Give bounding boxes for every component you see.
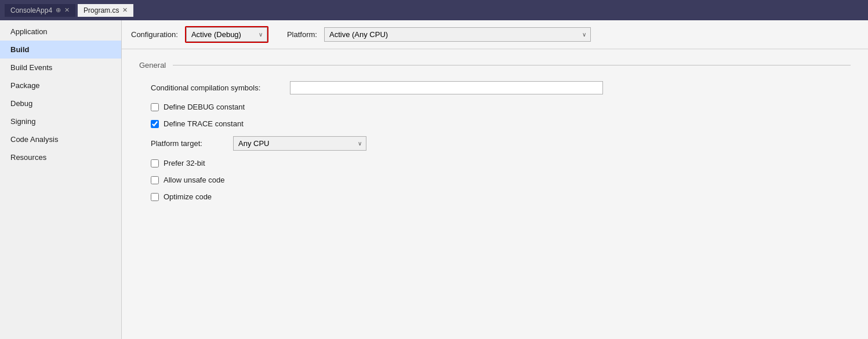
conditional-symbols-input[interactable] bbox=[290, 81, 603, 94]
main-layout: Application Build Build Events Package D… bbox=[0, 20, 868, 339]
sidebar-item-application[interactable]: Application bbox=[0, 23, 121, 41]
sidebar-item-resources[interactable]: Resources bbox=[0, 148, 121, 166]
configuration-select[interactable]: Active (Debug) Debug Release All Configu… bbox=[186, 27, 267, 42]
sidebar-item-debug[interactable]: Debug bbox=[0, 94, 121, 112]
platform-label: Platform: bbox=[287, 30, 317, 39]
platform-select[interactable]: Active (Any CPU) Any CPU x86 x64 bbox=[324, 27, 591, 42]
configuration-select-wrapper: Active (Debug) Debug Release All Configu… bbox=[185, 26, 268, 43]
platform-target-label: Platform target: bbox=[151, 139, 226, 148]
file-tab-label: Program.cs bbox=[83, 6, 119, 14]
build-section: General Conditional compilation symbols:… bbox=[122, 49, 868, 221]
optimize-code-checkbox[interactable] bbox=[151, 193, 159, 201]
sidebar-item-build[interactable]: Build bbox=[0, 41, 121, 59]
prefer-32bit-label: Prefer 32-bit bbox=[164, 159, 205, 167]
prefer-32bit-row: Prefer 32-bit bbox=[139, 159, 851, 167]
project-tab[interactable]: ConsoleApp4 ⊕ ✕ bbox=[5, 4, 75, 17]
allow-unsafe-label: Allow unsafe code bbox=[164, 176, 225, 184]
conditional-symbols-label: Conditional compilation symbols: bbox=[151, 83, 290, 92]
config-bar: Configuration: Active (Debug) Debug Rele… bbox=[122, 20, 868, 49]
content-area: Configuration: Active (Debug) Debug Rele… bbox=[122, 20, 868, 339]
platform-target-container: Any CPU x86 x64 ARM ARM64 ∨ bbox=[233, 136, 366, 151]
general-title: General bbox=[139, 61, 166, 70]
sidebar-item-signing[interactable]: Signing bbox=[0, 112, 121, 130]
define-trace-row: Define TRACE constant bbox=[139, 119, 851, 128]
platform-target-select[interactable]: Any CPU x86 x64 ARM ARM64 bbox=[233, 136, 366, 151]
title-bar: ConsoleApp4 ⊕ ✕ Program.cs ✕ bbox=[0, 0, 868, 20]
configuration-select-container: Active (Debug) Debug Release All Configu… bbox=[186, 27, 267, 42]
file-tab[interactable]: Program.cs ✕ bbox=[78, 4, 133, 17]
configuration-label: Configuration: bbox=[131, 30, 178, 39]
allow-unsafe-row: Allow unsafe code bbox=[139, 176, 851, 184]
sidebar-item-build-events[interactable]: Build Events bbox=[0, 59, 121, 76]
define-debug-checkbox[interactable] bbox=[151, 103, 159, 111]
pin-icon[interactable]: ⊕ bbox=[56, 6, 61, 14]
close-icon[interactable]: ✕ bbox=[64, 6, 70, 14]
optimize-code-label: Optimize code bbox=[164, 192, 212, 201]
general-header: General bbox=[139, 61, 851, 70]
project-tab-label: ConsoleApp4 bbox=[10, 6, 52, 14]
file-close-icon[interactable]: ✕ bbox=[122, 6, 128, 14]
optimize-code-row: Optimize code bbox=[139, 192, 851, 201]
sidebar: Application Build Build Events Package D… bbox=[0, 20, 122, 339]
prefer-32bit-checkbox[interactable] bbox=[151, 159, 159, 167]
define-trace-label: Define TRACE constant bbox=[164, 119, 244, 128]
sidebar-item-package[interactable]: Package bbox=[0, 76, 121, 94]
sidebar-item-code-analysis[interactable]: Code Analysis bbox=[0, 130, 121, 148]
platform-target-row: Platform target: Any CPU x86 x64 ARM ARM… bbox=[139, 136, 851, 151]
general-divider bbox=[173, 65, 851, 65]
platform-select-container: Active (Any CPU) Any CPU x86 x64 ∨ bbox=[324, 27, 591, 42]
define-debug-label: Define DEBUG constant bbox=[164, 103, 245, 111]
conditional-symbols-row: Conditional compilation symbols: bbox=[139, 81, 851, 94]
define-trace-checkbox[interactable] bbox=[151, 120, 159, 128]
allow-unsafe-checkbox[interactable] bbox=[151, 176, 159, 184]
define-debug-row: Define DEBUG constant bbox=[139, 103, 851, 111]
